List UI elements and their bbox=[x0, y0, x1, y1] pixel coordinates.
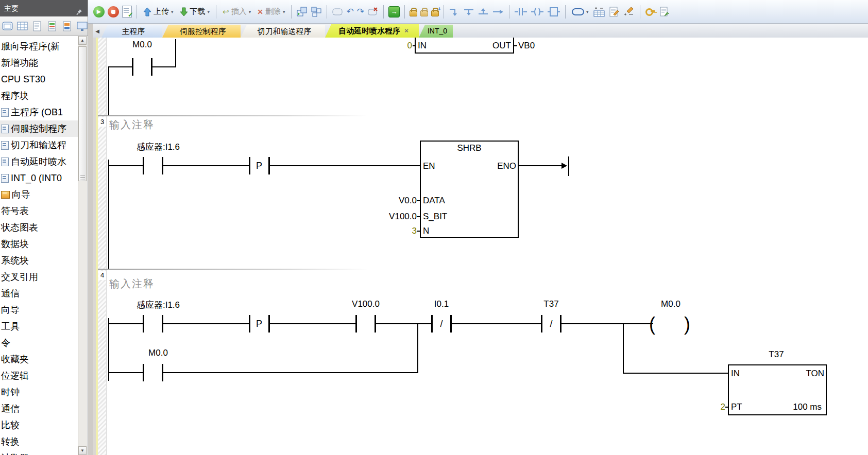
tree-item[interactable]: 比较 bbox=[0, 417, 78, 433]
lock-add-icon[interactable] bbox=[431, 10, 439, 16]
insert-button[interactable]: ↩ 插入 ▾ bbox=[221, 6, 252, 18]
cascade-windows-icon[interactable] bbox=[296, 6, 308, 18]
tree-item[interactable]: 状态图表 bbox=[0, 219, 78, 236]
address-table-icon[interactable] bbox=[593, 6, 605, 18]
upload-button[interactable]: 上传 ▾ bbox=[142, 6, 175, 18]
network-comment[interactable]: 输入注释 bbox=[109, 118, 155, 132]
tree-item[interactable]: 交叉引用 bbox=[0, 269, 78, 285]
tree-item[interactable]: 通信 bbox=[0, 400, 78, 417]
timer-pt-operand[interactable]: 2 bbox=[706, 402, 725, 412]
contact-operand[interactable]: M0.0 bbox=[132, 40, 152, 50]
tree-item[interactable]: 符号表 bbox=[0, 203, 78, 219]
tree-item[interactable]: 切刀和输送程 bbox=[0, 137, 78, 153]
tile-windows-icon[interactable] bbox=[311, 6, 322, 18]
coil-left-paren[interactable]: ( bbox=[649, 314, 655, 335]
tree-item[interactable]: 系统块 bbox=[0, 252, 78, 269]
scroll-thumb[interactable] bbox=[78, 46, 87, 181]
branch-down-icon[interactable] bbox=[449, 6, 460, 18]
network-number[interactable]: 4 bbox=[98, 271, 106, 280]
tree-item[interactable]: 收藏夹 bbox=[0, 351, 78, 367]
wire-right-icon[interactable] bbox=[492, 6, 504, 18]
run-button[interactable]: ▶ bbox=[93, 6, 105, 18]
network-comment[interactable]: 输入注释 bbox=[109, 277, 155, 291]
protect-sheet-icon[interactable] bbox=[658, 6, 670, 18]
box-operand-n[interactable]: 3 bbox=[397, 226, 417, 236]
scroll-down-button[interactable]: ▼ bbox=[78, 446, 87, 455]
redo-icon[interactable]: ↷ bbox=[357, 7, 364, 17]
tree-item[interactable]: 程序块 bbox=[0, 87, 78, 104]
contact-element-icon[interactable] bbox=[514, 6, 527, 18]
network-number[interactable]: 3 bbox=[98, 117, 106, 127]
coil-element-icon[interactable] bbox=[531, 6, 544, 18]
window-icon[interactable] bbox=[2, 21, 13, 31]
contact-operand[interactable]: 感应器:I1.6 bbox=[137, 141, 180, 153]
screen-icon[interactable] bbox=[77, 21, 88, 31]
tree-item[interactable]: INT_0 (INT0 bbox=[0, 170, 78, 186]
tab-cutter-conveyor-program[interactable]: 切刀和输送程序 bbox=[241, 25, 325, 38]
edit-sheet-icon[interactable] bbox=[608, 6, 620, 18]
box-element-icon[interactable] bbox=[547, 6, 560, 18]
download-button[interactable]: 下载 ▾ bbox=[178, 6, 212, 18]
tree-item[interactable]: 位逻辑 bbox=[0, 367, 78, 384]
timer-name[interactable]: T37 bbox=[769, 349, 784, 360]
tree-item[interactable]: 主程序 (OB1 bbox=[0, 104, 78, 120]
tree-item[interactable]: 时钟 bbox=[0, 384, 78, 400]
box-output-operand[interactable]: VB0 bbox=[518, 41, 535, 51]
coil-operand[interactable]: M0.0 bbox=[661, 299, 680, 309]
shrb-box[interactable] bbox=[420, 141, 519, 238]
document-colored-icon[interactable] bbox=[62, 21, 73, 31]
branch-merge-up-icon[interactable] bbox=[478, 6, 489, 18]
branch-merge-down-icon[interactable] bbox=[463, 6, 474, 18]
grid-icon[interactable] bbox=[17, 21, 28, 31]
undo-icon[interactable]: ↶ bbox=[346, 7, 353, 17]
lock-icon[interactable] bbox=[410, 10, 417, 16]
tree-item[interactable]: 数据块 bbox=[0, 236, 78, 252]
tree-item[interactable]: 工具 bbox=[0, 318, 78, 335]
address-tag-button[interactable]: ▾ bbox=[570, 7, 590, 17]
ladder-canvas[interactable]: M0.0 0 IN OUT VB0 3 输入注释 感应器:I1.6 bbox=[98, 38, 868, 455]
tree-item[interactable]: 伺服控制程序 bbox=[0, 120, 78, 137]
contact-operand[interactable]: V100.0 bbox=[352, 299, 380, 309]
tree-item[interactable]: 向导 bbox=[0, 186, 78, 203]
tree-item[interactable]: 服向导程序(新 bbox=[0, 38, 78, 55]
tree-item[interactable]: 新增功能 bbox=[0, 55, 78, 71]
document-table-icon[interactable] bbox=[47, 21, 58, 31]
tree-item[interactable]: 计数器 bbox=[0, 450, 78, 455]
box-input-operand[interactable]: 0 bbox=[393, 41, 412, 51]
compile-button[interactable]: ✓ bbox=[122, 6, 132, 18]
edit-address-icon[interactable] bbox=[623, 6, 635, 18]
stop-button[interactable] bbox=[108, 6, 119, 18]
unlock-icon[interactable] bbox=[420, 10, 428, 16]
box-operand-sbit[interactable]: V100.0 bbox=[366, 212, 417, 222]
tree-item[interactable]: 通信 bbox=[0, 285, 78, 302]
contact-operand[interactable]: 感应器:I1.6 bbox=[137, 299, 180, 311]
tab-int0[interactable]: INT_0 bbox=[419, 25, 453, 38]
tree-item[interactable]: 向导 bbox=[0, 302, 78, 318]
tab-servo-program[interactable]: 伺服控制程序 bbox=[162, 25, 241, 38]
document-icon[interactable] bbox=[32, 21, 43, 31]
tree-item[interactable]: 自动延时喷水 bbox=[0, 153, 78, 170]
tab-scroll-left-button[interactable]: ◀ bbox=[93, 25, 101, 38]
tree-item[interactable]: 转换 bbox=[0, 433, 78, 450]
select-box-icon[interactable] bbox=[332, 7, 343, 16]
key-icon[interactable] bbox=[645, 7, 655, 17]
contact-operand[interactable]: T37 bbox=[543, 299, 558, 309]
tree-item[interactable]: 令 bbox=[0, 335, 78, 351]
edge-contact-p[interactable]: P bbox=[256, 161, 262, 171]
go-to-icon[interactable]: → bbox=[388, 6, 400, 18]
tab-auto-delay-spray-program[interactable]: 自动延时喷水程序 × bbox=[325, 24, 419, 38]
contact-operand[interactable]: M0.0 bbox=[148, 348, 168, 358]
scroll-up-button[interactable]: ▲ bbox=[78, 36, 87, 45]
wire-h bbox=[108, 372, 143, 373]
tree-scrollbar[interactable]: ▲ ▼ bbox=[78, 36, 87, 455]
box-operand-data[interactable]: V0.0 bbox=[366, 196, 417, 206]
tree-item[interactable]: CPU ST30 bbox=[0, 71, 78, 87]
coil-right-paren[interactable]: ) bbox=[684, 314, 690, 335]
delete-button[interactable]: ✕ 删除 ▾ bbox=[256, 6, 286, 18]
clear-box-icon[interactable] bbox=[367, 7, 379, 17]
tab-main-program[interactable]: 主程序 bbox=[101, 25, 162, 38]
contact-operand[interactable]: I0.1 bbox=[434, 299, 449, 309]
close-icon[interactable]: × bbox=[404, 24, 409, 38]
tree-item-label: 收藏夹 bbox=[1, 353, 29, 365]
edge-contact-p[interactable]: P bbox=[256, 319, 262, 329]
